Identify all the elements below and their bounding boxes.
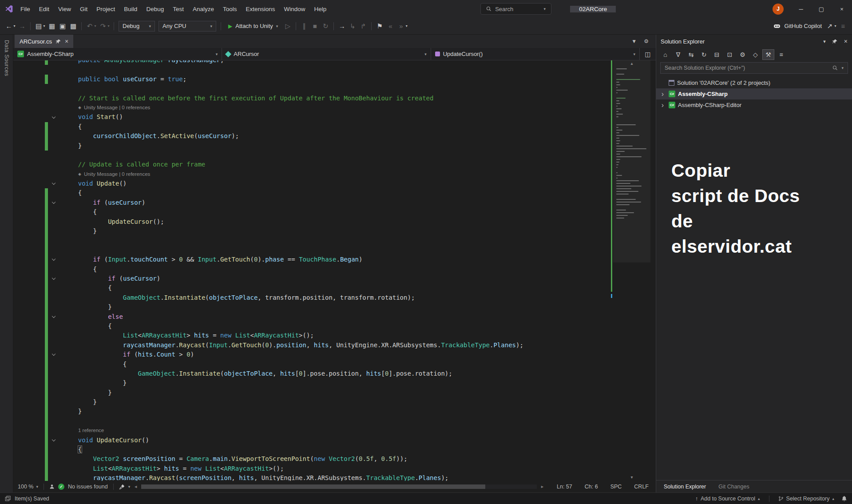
fold-chevron-icon[interactable]: [52, 276, 55, 280]
code-editor[interactable]: public ARRaycastManager raycastManager; …: [13, 60, 656, 481]
show-next-statement-icon[interactable]: →: [337, 20, 347, 32]
chevron-down-icon[interactable]: ▾: [841, 66, 844, 70]
code-line[interactable]: UpdateCursor();: [13, 217, 610, 226]
properties-icon[interactable]: ⚙: [737, 49, 749, 60]
home-icon[interactable]: ⌂: [659, 49, 671, 60]
code-line[interactable]: cursorChildObject.SetActive(useCursor);: [13, 131, 610, 141]
github-copilot-button[interactable]: GitHub Copilot: [771, 23, 824, 30]
notifications-bell-icon[interactable]: [841, 496, 847, 501]
line-indicator[interactable]: Ln: 57: [557, 484, 572, 490]
fold-chevron-icon[interactable]: [52, 352, 55, 356]
menu-project[interactable]: Project: [92, 0, 119, 18]
collapse-all-icon[interactable]: ⊟: [711, 49, 723, 60]
code-line[interactable]: [13, 417, 610, 426]
solution-search-input[interactable]: Search Solution Explorer (Ctrl+") ▾: [660, 62, 848, 74]
preview-code-icon[interactable]: ◇: [749, 49, 761, 60]
line-ending-indicator[interactable]: CRLF: [634, 484, 649, 490]
close-button[interactable]: ×: [832, 0, 852, 18]
code-line[interactable]: void UpdateCursor(): [13, 436, 610, 445]
code-line[interactable]: }: [13, 302, 610, 312]
menu-edit[interactable]: Edit: [35, 0, 54, 18]
sync-with-active-document-icon[interactable]: ⇆: [685, 49, 697, 60]
code-line[interactable]: [13, 151, 610, 160]
menu-help[interactable]: Help: [310, 0, 331, 18]
code-line[interactable]: Vector2 screenPosition = Camera.main.Vie…: [13, 454, 610, 464]
minimize-button[interactable]: ─: [791, 0, 811, 18]
code-line[interactable]: {: [13, 445, 610, 454]
menu-window[interactable]: Window: [280, 0, 310, 18]
previous-bookmark-icon[interactable]: «: [385, 20, 396, 32]
redo-caret-icon[interactable]: ▾: [106, 20, 111, 32]
code-line[interactable]: }: [13, 397, 610, 407]
maximize-button[interactable]: ▢: [811, 0, 832, 18]
fold-chevron-icon[interactable]: [52, 200, 55, 204]
code-line[interactable]: {: [13, 321, 610, 331]
fold-chevron-icon[interactable]: [52, 181, 55, 185]
tree-item-assembly-csharp[interactable]: ›C#Assembly-CSharp: [656, 88, 852, 99]
save-all-icon[interactable]: ▩: [68, 20, 79, 32]
menu-analyze[interactable]: Analyze: [188, 0, 218, 18]
scroll-up-icon[interactable]: ▴: [613, 61, 650, 66]
pin-panel-icon[interactable]: [832, 39, 837, 44]
open-folder-icon[interactable]: ▦: [47, 20, 57, 32]
break-all-icon[interactable]: ∥: [299, 20, 309, 32]
code-line[interactable]: GameObject.Instantiate(objectToPlace, hi…: [13, 369, 610, 378]
split-editor-icon[interactable]: ◫: [640, 48, 656, 60]
code-line[interactable]: [13, 84, 610, 93]
platform-dropdown[interactable]: Any CPU▾: [159, 21, 216, 32]
select-repository-button[interactable]: Select Repository ▴: [778, 496, 835, 502]
zoom-control[interactable]: 100 % ▾: [18, 484, 38, 490]
class-dropdown[interactable]: ARCursor ▾: [222, 48, 431, 60]
code-line[interactable]: List<ARRaycastHit> hits = new List<ARRay…: [13, 331, 610, 340]
menu-test[interactable]: Test: [168, 0, 188, 18]
show-all-files-icon[interactable]: ⊡: [724, 49, 736, 60]
menu-tools[interactable]: Tools: [218, 0, 242, 18]
menu-file[interactable]: File: [16, 0, 35, 18]
codelens-text[interactable]: 1 reference: [78, 426, 104, 435]
code-line[interactable]: // Update is called once per frame: [13, 160, 610, 169]
code-line[interactable]: [13, 236, 610, 245]
code-line[interactable]: else: [13, 312, 610, 321]
code-line[interactable]: }: [13, 407, 610, 416]
filter-icon[interactable]: ∇: [672, 49, 684, 60]
code-line[interactable]: }: [13, 226, 610, 236]
bookmark-icon[interactable]: ⚑: [374, 20, 385, 32]
bookmark-caret-icon[interactable]: ▾: [404, 20, 409, 32]
fold-chevron-icon[interactable]: [52, 115, 55, 118]
restart-icon[interactable]: ↻: [320, 20, 331, 32]
panel-tab-git-changes[interactable]: Git Changes: [713, 480, 754, 492]
horizontal-scrollbar[interactable]: [141, 484, 537, 489]
tree-item-solution[interactable]: Solution '02ARCore' (2 of 2 projects): [656, 77, 852, 88]
expand-chevron-icon[interactable]: ›: [659, 91, 666, 97]
code-line[interactable]: if (hits.Count > 0): [13, 350, 610, 359]
editor-options-gear-icon[interactable]: ⚙: [644, 38, 649, 44]
code-line[interactable]: raycastManager.Raycast(Input.GetTouch(0)…: [13, 341, 610, 350]
fold-margin[interactable]: [48, 255, 59, 264]
spaces-indicator[interactable]: SPC: [610, 484, 622, 490]
stop-icon[interactable]: ■: [309, 20, 320, 32]
code-line[interactable]: }: [13, 141, 610, 151]
project-dropdown[interactable]: C# Assembly-CSharp ▾: [13, 48, 222, 60]
code-line[interactable]: {: [13, 265, 610, 274]
tree-item-assembly-csharp-editor[interactable]: ›C#Assembly-CSharp-Editor: [656, 99, 852, 111]
codelens-text[interactable]: Unity Message | 0 references: [84, 170, 150, 179]
pin-icon[interactable]: [56, 39, 61, 44]
code-line[interactable]: void Start(): [13, 112, 610, 122]
codelens-line[interactable]: ◈Unity Message | 0 references: [13, 103, 610, 112]
code-line[interactable]: {: [13, 207, 610, 217]
scroll-down-icon[interactable]: ▾: [613, 475, 650, 480]
live-share-icon[interactable]: [49, 484, 55, 489]
close-tab-icon[interactable]: ×: [65, 38, 68, 45]
code-line[interactable]: {: [13, 360, 610, 369]
code-line[interactable]: {: [13, 283, 610, 293]
navigate-back-caret-icon[interactable]: ▾: [12, 20, 17, 32]
code-cleanup-icon[interactable]: [119, 484, 125, 490]
search-box[interactable]: Search ▾: [480, 3, 551, 15]
tab-arcursor[interactable]: ARCursor.cs ×: [15, 35, 73, 48]
code-line[interactable]: }: [13, 378, 610, 388]
data-sources-tab[interactable]: Data Sources: [0, 35, 13, 492]
customize-toolbar-icon[interactable]: ≡: [838, 20, 848, 32]
fold-chevron-icon[interactable]: [52, 438, 55, 441]
column-indicator[interactable]: Ch: 6: [585, 484, 598, 490]
code-line[interactable]: raycastManager.Raycast(screenPosition, h…: [13, 473, 610, 481]
